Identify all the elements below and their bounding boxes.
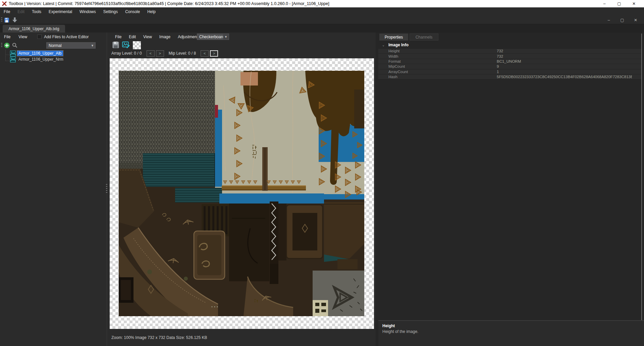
tab-properties[interactable]: Properties (379, 34, 408, 41)
menu-settings[interactable]: Settings (100, 7, 121, 16)
tab-channels[interactable]: Channels (410, 34, 438, 41)
file-toolbar-grip[interactable] (1, 43, 2, 48)
down-arrow-icon (12, 17, 17, 23)
save-button[interactable] (4, 17, 10, 23)
chevron-down-icon: ▼ (223, 34, 229, 40)
file-tree: Armor_1106_Upper_Alb Armor_1106_Upper_Nr… (0, 50, 105, 62)
file-panel-menu-view[interactable]: View (14, 33, 31, 41)
image-file-icon (10, 57, 16, 62)
mip-next-button[interactable]: > (210, 50, 218, 57)
child-maximize-icon[interactable]: ▢ (618, 18, 627, 22)
menu-windows[interactable]: Windows (76, 7, 100, 16)
child-minimize-icon[interactable]: – (604, 18, 613, 22)
level-controls: Array Level: 0 / 0 < > Mip Level: 0 / 8 … (111, 50, 218, 57)
chevron-down-icon: ▼ (91, 44, 94, 47)
window-title: Toolbox | Version: Latest | Commit: 7597… (9, 1, 329, 6)
checkerboard-swatch[interactable] (133, 41, 141, 49)
search-button[interactable] (12, 42, 18, 48)
display-mode-value: Normal (49, 43, 62, 48)
editor-save-button[interactable] (112, 41, 119, 50)
properties-panel: Properties Channels ⌄ Image Info Height … (378, 33, 644, 346)
prop-row-arraycount[interactable]: ArrayCount 1 (378, 69, 642, 74)
tree-item-label: Armor_1106_Upper_Alb (17, 51, 63, 56)
background-mode-value: Checkerboard (199, 35, 224, 39)
prop-row-width[interactable]: Width 732 (378, 54, 642, 59)
menu-help[interactable]: Help (144, 7, 159, 16)
prop-value: 732 (497, 49, 632, 53)
editor-menubar: File Edit View Image Adjustments (111, 33, 204, 41)
window-controls: – ▢ ✕ (597, 0, 641, 7)
mip-prev-button[interactable]: < (201, 50, 209, 57)
menu-edit: Edit (14, 7, 28, 16)
display-mode-combo[interactable]: Normal ▼ (46, 42, 96, 49)
image-editor-panel: File Edit View Image Adjustments Checker… (109, 33, 376, 346)
document-tabrow: Armor_1106_Upper_Alb.txtg (0, 24, 644, 33)
array-level-label: Array Level: 0 / 0 (111, 51, 142, 56)
prop-value: 1 (497, 70, 632, 74)
left-splitter[interactable] (105, 33, 109, 346)
menubar: File Edit Tools Experimental Windows Set… (0, 7, 644, 16)
add-file-button[interactable] (4, 42, 10, 48)
import-button[interactable] (12, 17, 18, 23)
editor-menu-edit[interactable]: Edit (125, 33, 140, 41)
splitter-grip-icon (106, 184, 107, 194)
child-close-icon[interactable]: ✕ (631, 18, 640, 22)
document-tab-active[interactable]: Armor_1106_Upper_Alb.txtg (3, 25, 65, 33)
menu-console[interactable]: Console (121, 7, 144, 16)
editor-menu-view[interactable]: View (140, 33, 156, 41)
save-floppy-icon (112, 41, 119, 49)
prop-row-format[interactable]: Format BC1_UNORM (378, 59, 642, 64)
file-panel-menubar: File View Add Files to Active Editor (0, 33, 105, 41)
tree-item-alb[interactable]: Armor_1106_Upper_Alb (0, 50, 105, 56)
prop-label: Height (378, 49, 497, 53)
file-browser-panel: File View Add Files to Active Editor (0, 33, 105, 346)
image-edit-icon (122, 41, 130, 49)
mip-level-label: Mip Level: 0 / 8 (169, 51, 196, 56)
titlebar: Toolbox | Version: Latest | Commit: 7597… (0, 0, 644, 7)
section-image-info[interactable]: ⌄ Image Info (378, 42, 642, 49)
add-files-label: Add Files to Active Editor (44, 35, 89, 39)
tree-item-nrm[interactable]: Armor_1106_Upper_Nrm (0, 56, 105, 62)
prop-row-height[interactable]: Height 732 (378, 49, 642, 54)
file-panel-menu-file[interactable]: File (0, 33, 14, 41)
menu-experimental[interactable]: Experimental (45, 7, 76, 16)
editor-menu-image[interactable]: Image (156, 33, 174, 41)
save-floppy-icon (4, 17, 9, 23)
prop-label: Hash (378, 75, 497, 79)
tree-connector (5, 50, 10, 55)
right-splitter[interactable] (376, 33, 378, 346)
add-files-checkbox[interactable] (37, 35, 42, 39)
image-file-icon (10, 51, 16, 56)
background-mode-combo[interactable]: Checkerboard ▼ (197, 34, 229, 40)
prop-row-mipcount[interactable]: MipCount 9 (378, 64, 642, 69)
editor-toolbar (112, 41, 141, 50)
prop-label: MipCount (378, 64, 497, 68)
array-prev-button[interactable]: < (147, 50, 155, 57)
tree-item-label: Armor_1106_Upper_Nrm (17, 57, 65, 62)
texture-image[interactable] (119, 71, 364, 316)
prop-value: 732 (497, 54, 632, 58)
menu-file[interactable]: File (0, 7, 14, 16)
scrollbar[interactable] (641, 34, 642, 321)
edit-image-button[interactable] (122, 41, 130, 50)
property-description: Height Height of the image. (378, 320, 644, 346)
chevron-down-icon[interactable]: ⌄ (378, 43, 388, 47)
menu-tools[interactable]: Tools (28, 7, 45, 16)
array-next-button[interactable]: > (156, 50, 164, 57)
prop-label: ArrayCount (378, 70, 497, 74)
prop-label: Format (378, 59, 497, 63)
close-icon[interactable]: ✕ (627, 0, 641, 7)
prop-label: Width (378, 54, 497, 58)
prop-value: 9 (497, 64, 632, 68)
toolbox-window: Toolbox | Version: Latest | Commit: 7597… (0, 0, 644, 346)
minimize-icon[interactable]: – (597, 0, 612, 7)
maximize-icon[interactable]: ▢ (612, 0, 627, 7)
toolbar-grip[interactable] (1, 17, 2, 22)
plus-circle-icon (4, 43, 10, 48)
prop-value: 5F5D5DB002232333723C8C49250CC13B4F02B628… (497, 75, 632, 79)
editor-menu-file[interactable]: File (111, 33, 125, 41)
mdi-child-controls: – ▢ ✕ (604, 16, 640, 24)
properties-tabs: Properties Channels (379, 34, 438, 41)
prop-row-hash[interactable]: Hash 5F5D5DB002232333723C8C49250CC13B4F0… (378, 74, 642, 79)
image-canvas[interactable] (110, 58, 374, 329)
